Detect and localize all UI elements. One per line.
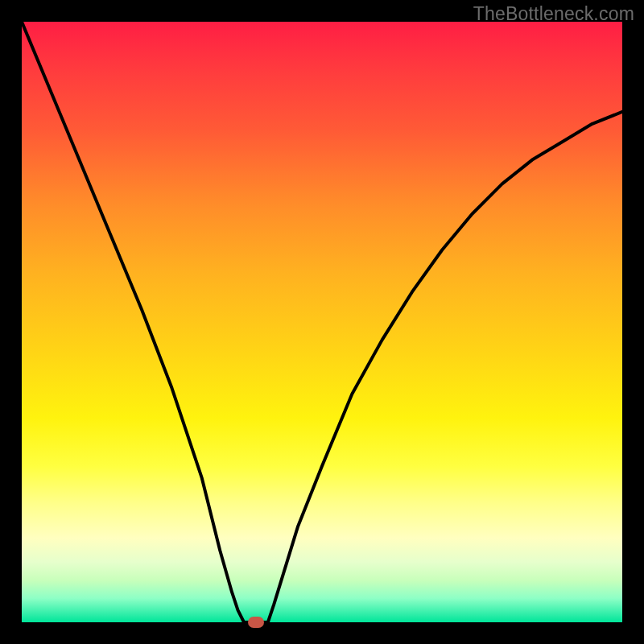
plot-area: bottleneck-curve — [22, 22, 622, 622]
y-axis — [20, 22, 22, 624]
chart-frame: TheBottleneck.com bottleneck-curve — [0, 0, 644, 644]
optimum-marker — [248, 617, 264, 628]
x-axis — [22, 622, 622, 624]
bottleneck-curve — [22, 22, 622, 622]
watermark-label: TheBottleneck.com — [473, 3, 634, 25]
